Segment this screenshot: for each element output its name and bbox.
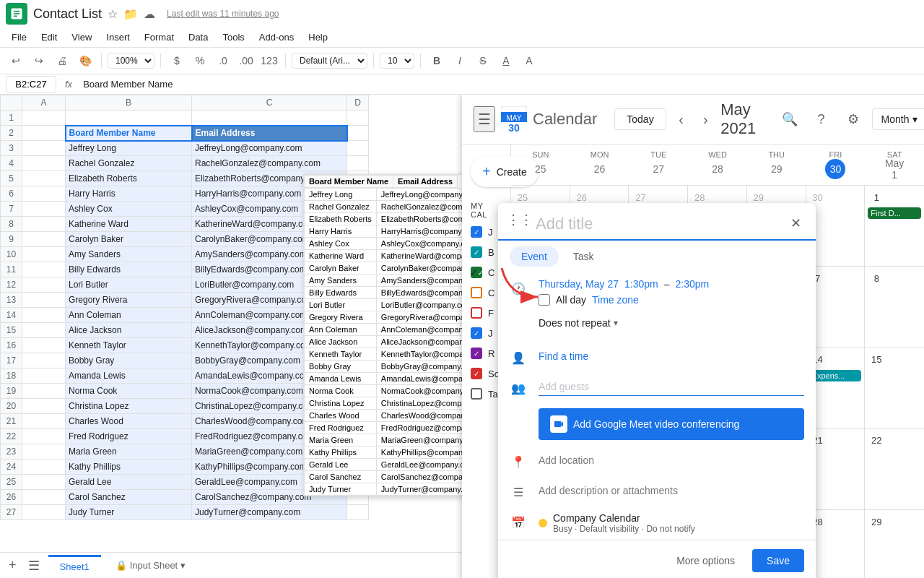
day-cell-15[interactable]: 15 bbox=[865, 348, 924, 428]
menu-edit[interactable]: Edit bbox=[35, 29, 63, 46]
table-row[interactable]: 4Rachel GonzalezRachelGonzalez@company.c… bbox=[1, 156, 369, 171]
expense-event[interactable]: Expens... bbox=[809, 370, 862, 381]
cell-d[interactable] bbox=[347, 156, 369, 171]
cell-b[interactable]: Charles Wood bbox=[66, 414, 192, 429]
find-time-link[interactable]: Find a time bbox=[539, 348, 588, 365]
first-day-event[interactable]: First D... bbox=[868, 207, 921, 219]
cell-b[interactable]: Fred Rodriguez bbox=[66, 429, 192, 444]
add-meet-button[interactable]: Add Google Meet video conferencing bbox=[539, 408, 804, 440]
cell-c[interactable] bbox=[192, 111, 347, 126]
cell-b[interactable]: Carol Sanchez bbox=[66, 490, 192, 505]
cell-a[interactable] bbox=[22, 338, 66, 353]
undo-button[interactable]: ↩ bbox=[6, 51, 26, 71]
location-input[interactable] bbox=[539, 452, 804, 469]
underline-button[interactable]: A bbox=[496, 51, 516, 71]
zoom-select[interactable]: 100% bbox=[108, 53, 154, 69]
save-event-button[interactable]: Save bbox=[752, 549, 804, 572]
cell-a[interactable] bbox=[22, 232, 66, 247]
cell-b[interactable]: Board Member Name bbox=[66, 126, 192, 141]
allday-checkbox[interactable] bbox=[539, 294, 550, 306]
cell-c[interactable]: JudyTurner@company.com bbox=[192, 505, 347, 520]
cell-a[interactable] bbox=[22, 262, 66, 277]
view-select[interactable]: Month ▾ bbox=[872, 108, 924, 130]
next-month-button[interactable]: › bbox=[696, 106, 715, 132]
date-link[interactable]: Thursday, May 27 bbox=[539, 278, 619, 290]
font-size-select[interactable]: 10 bbox=[380, 53, 414, 69]
redo-button[interactable]: ↪ bbox=[29, 51, 49, 71]
bold-button[interactable]: B bbox=[427, 51, 447, 71]
add-guests-input[interactable] bbox=[539, 378, 804, 396]
cell-b[interactable]: Billy Edwards bbox=[66, 262, 192, 277]
cell-b[interactable]: Kathy Phillips bbox=[66, 460, 192, 475]
description-input[interactable] bbox=[539, 482, 804, 499]
calendar-menu-button[interactable]: ☰ bbox=[474, 106, 495, 132]
cell-b[interactable]: Katherine Ward bbox=[66, 217, 192, 232]
more-options-button[interactable]: More options bbox=[665, 549, 746, 572]
cell-a[interactable] bbox=[22, 141, 66, 156]
sheets-list-button[interactable]: ☰ bbox=[25, 555, 43, 577]
folder-icon[interactable]: 📁 bbox=[123, 7, 138, 21]
modal-close-button[interactable]: ✕ bbox=[784, 212, 807, 235]
help-cal-button[interactable]: ? bbox=[808, 106, 834, 132]
paint-button[interactable]: 🎨 bbox=[75, 51, 95, 71]
cell-a[interactable] bbox=[22, 186, 66, 202]
last-edit-text[interactable]: Last edit was 11 minutes ago bbox=[167, 9, 279, 19]
currency-button[interactable]: $ bbox=[167, 51, 187, 71]
time-end-link[interactable]: 2:30pm bbox=[676, 278, 710, 290]
cell-a[interactable] bbox=[22, 308, 66, 323]
cell-b[interactable]: Amy Sanders bbox=[66, 247, 192, 262]
add-sheet-button[interactable]: + bbox=[6, 555, 19, 576]
cell-b[interactable]: Lori Butler bbox=[66, 277, 192, 293]
cell-a[interactable] bbox=[22, 202, 66, 217]
cell-a[interactable] bbox=[22, 460, 66, 475]
cell-b[interactable]: Gregory Rivera bbox=[66, 293, 192, 308]
cell-b[interactable]: Christina Lopez bbox=[66, 399, 192, 414]
cell-d[interactable] bbox=[347, 505, 369, 520]
cell-a[interactable] bbox=[22, 126, 66, 141]
cell-a[interactable] bbox=[22, 505, 66, 520]
italic-button[interactable]: I bbox=[450, 51, 470, 71]
cell-a[interactable] bbox=[22, 156, 66, 171]
event-title-input[interactable] bbox=[498, 203, 816, 241]
table-row[interactable]: 1 bbox=[1, 111, 369, 126]
cell-a[interactable] bbox=[22, 384, 66, 399]
cell-a[interactable] bbox=[22, 444, 66, 460]
cell-b[interactable]: Kenneth Taylor bbox=[66, 338, 192, 353]
cell-a[interactable] bbox=[22, 399, 66, 414]
repeat-selector[interactable]: Does not repeat ▾ bbox=[539, 317, 618, 329]
cell-a[interactable] bbox=[22, 293, 66, 308]
cell-a[interactable] bbox=[22, 368, 66, 384]
cloud-icon[interactable]: ☁ bbox=[144, 7, 155, 21]
cell-d[interactable] bbox=[347, 111, 369, 126]
menu-data[interactable]: Data bbox=[183, 29, 214, 46]
event-tab[interactable]: Event bbox=[510, 246, 559, 267]
cell-c[interactable]: RachelGonzalez@company.com bbox=[192, 156, 347, 171]
day-cell-29-may[interactable]: 29 bbox=[865, 510, 924, 578]
cell-a[interactable] bbox=[22, 171, 66, 186]
table-row[interactable]: 2Board Member NameEmail Address bbox=[1, 126, 369, 141]
prev-month-button[interactable]: ‹ bbox=[672, 106, 691, 132]
decimal-inc-button[interactable]: .00 bbox=[236, 51, 256, 71]
format-num-button[interactable]: 123 bbox=[259, 51, 279, 71]
menu-help[interactable]: Help bbox=[302, 29, 334, 46]
task-tab[interactable]: Task bbox=[562, 246, 606, 267]
table-row[interactable]: 27Judy TurnerJudyTurner@company.com bbox=[1, 505, 369, 520]
cell-b[interactable]: Ashley Cox bbox=[66, 202, 192, 217]
day-cell-8[interactable]: 8 bbox=[865, 267, 924, 347]
print-button[interactable]: 🖨 bbox=[52, 51, 72, 71]
cell-b[interactable] bbox=[66, 111, 192, 126]
cell-b[interactable]: Rachel Gonzalez bbox=[66, 156, 192, 171]
menu-view[interactable]: View bbox=[66, 29, 97, 46]
cell-b[interactable]: Maria Green bbox=[66, 444, 192, 460]
cell-a[interactable] bbox=[22, 247, 66, 262]
cell-a[interactable] bbox=[22, 323, 66, 338]
table-row[interactable]: 3Jeffrey LongJeffreyLong@company.com bbox=[1, 141, 369, 156]
star-icon[interactable]: ☆ bbox=[108, 7, 118, 21]
search-cal-button[interactable]: 🔍 bbox=[777, 106, 803, 132]
cell-b[interactable]: Jeffrey Long bbox=[66, 141, 192, 156]
cell-a[interactable] bbox=[22, 111, 66, 126]
cell-b[interactable]: Alice Jackson bbox=[66, 323, 192, 338]
cell-a[interactable] bbox=[22, 353, 66, 368]
menu-format[interactable]: Format bbox=[139, 29, 180, 46]
menu-addons[interactable]: Add-ons bbox=[253, 29, 300, 46]
